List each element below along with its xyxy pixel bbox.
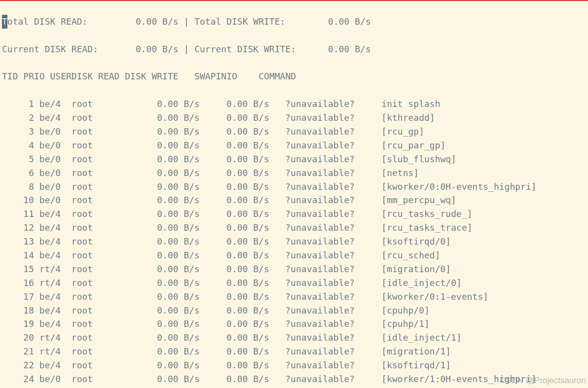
cell-swapin: ?unavailable? <box>275 345 360 358</box>
cell-read-unit: B/s <box>179 111 205 125</box>
cell-user: root <box>66 97 130 111</box>
cell-swapin: ?unavailable? <box>275 235 360 248</box>
summary-total: Total DISK READ: 0.00 B/s | Total DISK W… <box>2 15 586 29</box>
cell-read: 0.00 <box>130 331 179 345</box>
cell-tid: 25 <box>2 386 34 388</box>
hdr-swapin: SWAPIN <box>184 71 226 81</box>
cell-read: 0.00 <box>130 139 179 152</box>
table-row: 11be/4root0.00B/s0.00B/s?unavailable?[rc… <box>2 207 586 221</box>
cell-read-unit: B/s <box>179 304 205 317</box>
cell-command: [kthreadd] <box>371 111 435 125</box>
cell-write-unit: B/s <box>248 386 274 388</box>
cell-read-unit: B/s <box>179 193 205 207</box>
cell-swapin: ?unavailable? <box>275 125 360 139</box>
cell-prio: be/0 <box>34 193 66 207</box>
cell-tid: 14 <box>2 248 34 262</box>
cell-write-unit: B/s <box>248 221 274 235</box>
cell-write: 0.00 <box>205 97 248 111</box>
cell-swapin: ?unavailable? <box>275 111 360 125</box>
cell-write: 0.00 <box>205 235 248 248</box>
cell-user: root <box>66 248 130 262</box>
cell-tid: 3 <box>2 125 34 139</box>
cell-write-unit: B/s <box>248 111 274 125</box>
cell-command: [cpuhp/2] <box>371 386 430 388</box>
table-row: 17be/4root0.00B/s0.00B/s?unavailable?[kw… <box>2 290 586 304</box>
hdr-tid: TID <box>2 71 18 81</box>
cell-user: root <box>66 125 130 139</box>
cell-tid: 20 <box>2 331 34 345</box>
cell-prio: be/0 <box>34 372 66 386</box>
cell-read: 0.00 <box>130 358 179 372</box>
cell-write-unit: B/s <box>248 358 274 372</box>
cell-user: root <box>66 235 130 248</box>
cell-command: [rcu_tasks_trace] <box>371 221 473 235</box>
cell-read: 0.00 <box>130 248 179 262</box>
table-row: 2be/4root0.00B/s0.00B/s?unavailable?[kth… <box>2 111 586 125</box>
cell-user: root <box>66 207 130 221</box>
cell-swapin: ?unavailable? <box>275 139 360 152</box>
table-row: 24be/0root0.00B/s0.00B/s?unavailable?[kw… <box>2 372 586 386</box>
cell-command: [rcu_gp] <box>371 125 424 139</box>
process-rows: 1be/4root0.00B/s0.00B/s?unavailable?init… <box>2 97 586 388</box>
cell-command: [rcu_tasks_rude_] <box>371 207 473 221</box>
cell-swapin: ?unavailable? <box>275 166 360 180</box>
cell-read-unit: B/s <box>179 221 205 235</box>
cell-write: 0.00 <box>205 125 248 139</box>
cell-user: root <box>66 221 130 235</box>
current-read-value: 0.00 B/s <box>136 42 179 56</box>
cell-tid: 11 <box>2 207 34 221</box>
cell-write-unit: B/s <box>248 207 274 221</box>
cell-read: 0.00 <box>130 193 179 207</box>
cell-write-unit: B/s <box>248 248 274 262</box>
table-row: 25be/4root0.00B/s0.00B/s?unavailable?[cp… <box>2 386 586 388</box>
cell-swapin: ?unavailable? <box>275 358 360 372</box>
cell-read: 0.00 <box>130 125 179 139</box>
column-headers: TIDPRIOUSERDISK READDISK WRITESWAPINIO C… <box>2 70 586 83</box>
table-row: 6be/0root0.00B/s0.00B/s?unavailable?[net… <box>2 166 586 180</box>
cell-swapin: ?unavailable? <box>275 331 360 345</box>
cell-command: [cpuhp/0] <box>371 304 430 317</box>
cell-write-unit: B/s <box>248 372 274 386</box>
cell-write: 0.00 <box>205 317 248 331</box>
cell-swapin: ?unavailable? <box>275 317 360 331</box>
cell-prio: be/0 <box>34 166 66 180</box>
cell-swapin: ?unavailable? <box>275 248 360 262</box>
cell-user: root <box>66 276 130 290</box>
table-row: 12be/4root0.00B/s0.00B/s?unavailable?[rc… <box>2 221 586 235</box>
cell-write-unit: B/s <box>248 276 274 290</box>
cell-read-unit: B/s <box>179 235 205 248</box>
cell-swapin: ?unavailable? <box>275 386 360 388</box>
cell-read-unit: B/s <box>179 386 205 388</box>
cell-command: [rcu_sched] <box>371 248 441 262</box>
cell-tid: 24 <box>2 372 34 386</box>
cell-swapin: ?unavailable? <box>275 290 360 304</box>
cell-write: 0.00 <box>205 139 248 152</box>
cell-swapin: ?unavailable? <box>275 262 360 276</box>
cell-user: root <box>66 345 130 358</box>
cell-read: 0.00 <box>130 345 179 358</box>
hdr-command: COMMAND <box>237 71 296 81</box>
cell-tid: 6 <box>2 166 34 180</box>
cell-read-unit: B/s <box>179 345 205 358</box>
hdr-write: DISK WRITE <box>125 71 178 81</box>
cell-read: 0.00 <box>130 290 179 304</box>
cell-write: 0.00 <box>205 207 248 221</box>
cell-read: 0.00 <box>130 221 179 235</box>
cell-write: 0.00 <box>205 358 248 372</box>
cell-user: root <box>66 358 130 372</box>
cell-swapin: ?unavailable? <box>275 152 360 166</box>
cell-user: root <box>66 386 130 388</box>
cell-read: 0.00 <box>130 180 179 194</box>
cell-read-unit: B/s <box>179 207 205 221</box>
cell-swapin: ?unavailable? <box>275 372 360 386</box>
cell-command: init splash <box>371 97 441 111</box>
cell-write: 0.00 <box>205 166 248 180</box>
cell-prio: be/4 <box>34 235 66 248</box>
cell-read: 0.00 <box>130 372 179 386</box>
cell-prio: be/0 <box>34 125 66 139</box>
cell-prio: be/4 <box>34 111 66 125</box>
cell-command: [slub_flushwq] <box>371 152 456 166</box>
cell-read-unit: B/s <box>179 139 205 152</box>
table-row: 18be/4root0.00B/s0.00B/s?unavailable?[cp… <box>2 304 586 317</box>
cell-read-unit: B/s <box>179 262 205 276</box>
